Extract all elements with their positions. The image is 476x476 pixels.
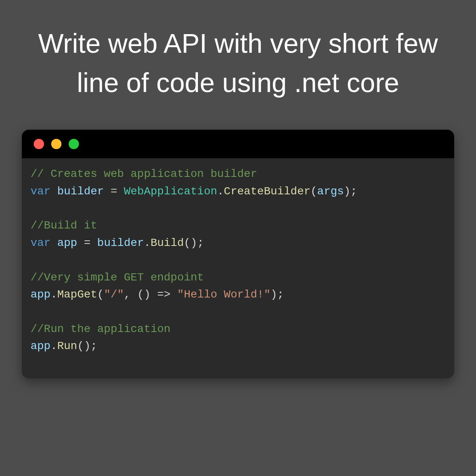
code-string: "/" [104, 288, 124, 301]
code-punct: = [77, 237, 97, 249]
code-window: // Creates web application builder var b… [22, 130, 454, 378]
code-ident: builder [97, 237, 144, 249]
minimize-icon [51, 139, 61, 149]
code-punct: ( [97, 288, 104, 301]
code-punct: ); [271, 288, 284, 301]
window-titlebar [22, 130, 454, 158]
close-icon [34, 139, 44, 149]
code-punct: = [104, 185, 124, 198]
code-punct: (); [184, 237, 204, 249]
page-title: Write web API with very short few line o… [0, 0, 476, 102]
code-punct: . [144, 237, 151, 249]
code-comment: //Run the application [31, 323, 171, 335]
code-method: Run [57, 340, 77, 352]
code-comment: //Very simple GET endpoint [31, 271, 204, 284]
code-punct: (); [77, 340, 97, 352]
code-punct: ); [344, 185, 357, 198]
code-ident: args [317, 185, 344, 198]
code-type: WebApplication [124, 185, 217, 198]
code-ident: app [31, 288, 50, 301]
code-keyword: var [31, 185, 50, 198]
code-punct: . [217, 185, 224, 198]
code-ident: app [57, 237, 77, 249]
code-comment: //Build it [31, 219, 97, 232]
code-punct: . [50, 288, 57, 301]
code-keyword: var [31, 237, 50, 249]
code-method: CreateBuilder [224, 185, 310, 198]
code-text [50, 237, 57, 249]
maximize-icon [69, 139, 79, 149]
code-punct: ( [311, 185, 317, 198]
code-punct: , () => [124, 288, 177, 301]
code-body: // Creates web application builder var b… [22, 158, 454, 378]
code-ident: app [31, 340, 50, 352]
code-method: MapGet [57, 288, 97, 301]
code-text [50, 185, 57, 198]
code-punct: . [50, 340, 57, 352]
code-comment: // Creates web application builder [31, 168, 257, 180]
code-method: Build [151, 237, 184, 249]
code-ident: builder [57, 185, 104, 198]
code-string: "Hello World!" [177, 288, 271, 301]
